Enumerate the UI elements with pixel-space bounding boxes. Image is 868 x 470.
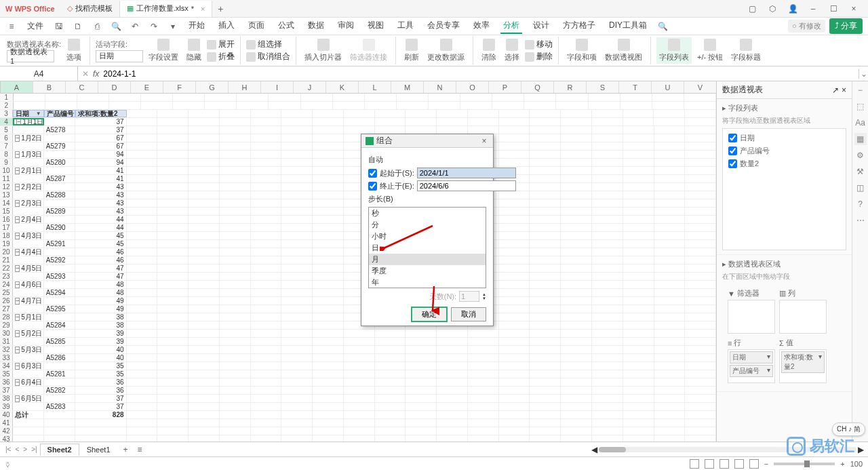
cell[interactable] bbox=[189, 411, 220, 418]
cell[interactable] bbox=[313, 199, 344, 207]
avatar-icon[interactable]: 👤 bbox=[785, 1, 800, 16]
cell[interactable] bbox=[127, 378, 158, 386]
cell[interactable] bbox=[620, 102, 652, 109]
col-header-I[interactable]: I bbox=[261, 81, 294, 93]
cell[interactable] bbox=[375, 118, 406, 125]
field-checkbox[interactable] bbox=[728, 159, 737, 168]
cell[interactable] bbox=[652, 102, 684, 109]
cell[interactable] bbox=[499, 134, 530, 142]
cell[interactable] bbox=[623, 273, 654, 280]
cell[interactable] bbox=[623, 281, 654, 288]
row-header-29[interactable]: 29 bbox=[0, 321, 13, 329]
cell[interactable] bbox=[220, 273, 251, 280]
cell[interactable] bbox=[127, 395, 158, 402]
cell[interactable] bbox=[344, 427, 375, 435]
cell-product[interactable]: A5290 bbox=[44, 224, 75, 231]
cell[interactable] bbox=[468, 346, 499, 353]
cell[interactable] bbox=[281, 289, 313, 296]
cell[interactable] bbox=[251, 346, 282, 353]
cell[interactable] bbox=[189, 289, 220, 296]
cell-date[interactable]: 2月1日 bbox=[13, 167, 44, 174]
cell[interactable] bbox=[499, 208, 530, 215]
cell[interactable] bbox=[313, 281, 344, 288]
cell[interactable] bbox=[499, 232, 530, 239]
col-header-J[interactable]: J bbox=[294, 81, 326, 93]
cell[interactable] bbox=[281, 281, 313, 288]
cell[interactable] bbox=[561, 265, 592, 272]
cell[interactable] bbox=[468, 110, 499, 117]
cell[interactable] bbox=[313, 232, 344, 239]
cell[interactable] bbox=[499, 346, 530, 353]
cell[interactable] bbox=[127, 273, 158, 280]
cell-date[interactable] bbox=[13, 175, 44, 182]
columns-area[interactable]: ▥列 bbox=[779, 288, 827, 334]
cell[interactable] bbox=[623, 265, 654, 272]
cell[interactable] bbox=[127, 435, 158, 442]
row-header-21[interactable]: 21 bbox=[0, 256, 13, 264]
col-header-K[interactable]: K bbox=[326, 81, 359, 93]
cell[interactable] bbox=[220, 256, 251, 264]
row-header-7[interactable]: 7 bbox=[0, 142, 13, 150]
cell[interactable] bbox=[524, 102, 556, 109]
cell[interactable] bbox=[313, 208, 344, 215]
cell[interactable] bbox=[468, 118, 499, 125]
col-header-S[interactable]: S bbox=[587, 81, 619, 93]
cell-date[interactable]: 5月2日 bbox=[13, 330, 44, 337]
cell[interactable] bbox=[499, 289, 530, 296]
cell[interactable] bbox=[157, 134, 189, 142]
cell[interactable] bbox=[530, 427, 561, 435]
cell[interactable] bbox=[189, 159, 220, 166]
cell[interactable] bbox=[561, 395, 592, 402]
cell[interactable] bbox=[685, 167, 716, 174]
cell-sum[interactable]: 43 bbox=[75, 199, 127, 207]
cell[interactable] bbox=[220, 313, 251, 321]
cell-product[interactable]: A5293 bbox=[44, 273, 75, 280]
cell[interactable] bbox=[499, 151, 530, 158]
cell[interactable] bbox=[189, 403, 220, 410]
cell[interactable] bbox=[530, 167, 561, 174]
cell-sum[interactable]: 40 bbox=[75, 354, 127, 361]
cell[interactable] bbox=[592, 142, 623, 150]
cell[interactable] bbox=[556, 102, 588, 109]
end-input[interactable] bbox=[417, 180, 516, 191]
cell[interactable] bbox=[344, 110, 375, 117]
cell[interactable] bbox=[654, 183, 686, 191]
cell[interactable] bbox=[281, 175, 313, 182]
cell-date[interactable]: 6月3日 bbox=[13, 362, 44, 370]
cell[interactable] bbox=[437, 354, 468, 361]
pivot-header-product[interactable]: 产品编号▼ bbox=[44, 110, 75, 117]
cell[interactable] bbox=[592, 208, 623, 215]
cell[interactable] bbox=[623, 362, 654, 370]
cell[interactable] bbox=[530, 330, 561, 337]
cube-icon[interactable]: ⬡ bbox=[765, 1, 780, 16]
cell-sum[interactable]: 43 bbox=[75, 208, 127, 215]
dialog-title-bar[interactable]: 组合 × bbox=[361, 134, 493, 148]
zoom-out-icon[interactable]: − bbox=[764, 460, 768, 468]
cell[interactable] bbox=[281, 330, 313, 337]
cell[interactable] bbox=[251, 142, 282, 150]
cell[interactable] bbox=[685, 305, 716, 313]
cell[interactable] bbox=[654, 338, 686, 345]
cell[interactable] bbox=[281, 240, 313, 248]
cell[interactable] bbox=[220, 183, 251, 191]
cell[interactable] bbox=[530, 110, 561, 117]
cell[interactable] bbox=[556, 94, 588, 101]
cell[interactable] bbox=[220, 265, 251, 272]
cell[interactable] bbox=[530, 419, 561, 427]
cell[interactable] bbox=[251, 126, 282, 134]
cell[interactable] bbox=[530, 313, 561, 321]
cell[interactable] bbox=[437, 378, 468, 386]
refresh-button[interactable]: 刷新 bbox=[401, 37, 422, 64]
cell[interactable] bbox=[251, 240, 282, 248]
cell-product[interactable]: A5278 bbox=[44, 126, 75, 134]
cell[interactable] bbox=[530, 354, 561, 361]
cell[interactable] bbox=[499, 411, 530, 418]
hscroll-thumb[interactable] bbox=[599, 447, 626, 452]
cell[interactable] bbox=[530, 142, 561, 150]
cell[interactable] bbox=[251, 305, 282, 313]
cell-product[interactable] bbox=[44, 362, 75, 370]
cell[interactable] bbox=[406, 110, 437, 117]
cell[interactable] bbox=[561, 216, 592, 223]
cell[interactable] bbox=[623, 151, 654, 158]
cell[interactable] bbox=[157, 378, 189, 386]
